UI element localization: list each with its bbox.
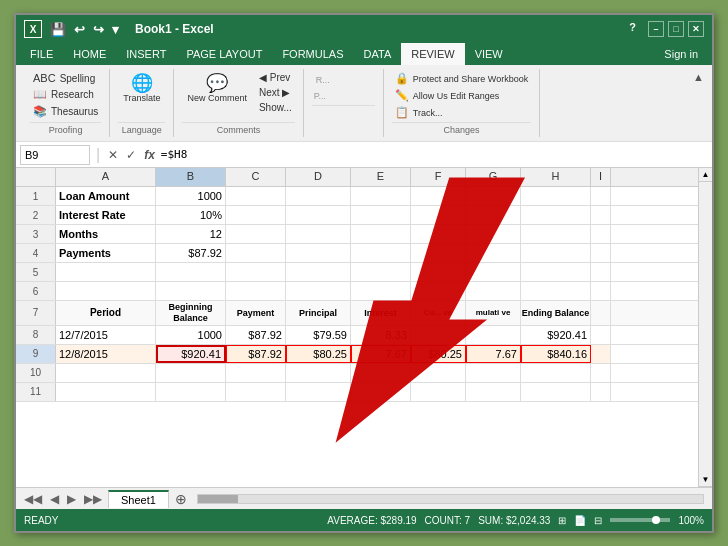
cell-i5[interactable] [591,263,611,281]
collapse-ribbon-button[interactable]: ▲ [693,71,704,83]
col-header-e[interactable]: E [351,168,411,186]
cell-c5[interactable] [226,263,286,281]
cell-a6[interactable] [56,282,156,300]
view-normal-button[interactable]: ⊞ [558,515,566,526]
cell-b11[interactable] [156,383,226,401]
cell-h1[interactable] [521,187,591,205]
cell-d9[interactable]: $80.25 [286,345,351,363]
tab-sign-in[interactable]: Sign in [654,43,708,65]
tab-insert[interactable]: INSERT [116,43,176,65]
cell-f7[interactable]: Cu... ve [411,301,466,325]
add-sheet-button[interactable]: ⊕ [169,491,193,507]
cell-f3[interactable] [411,225,466,243]
cell-c11[interactable] [226,383,286,401]
cell-d4[interactable] [286,244,351,262]
cell-a5[interactable] [56,263,156,281]
cell-a4[interactable]: Payments [56,244,156,262]
col-header-b[interactable]: B [156,168,226,186]
cell-h9[interactable]: $840.16 [521,345,591,363]
cell-b3[interactable]: 12 [156,225,226,243]
customize-button[interactable]: ▾ [110,22,121,37]
h-scroll-thumb[interactable] [198,495,238,503]
cell-h5[interactable] [521,263,591,281]
minimize-button[interactable]: – [648,21,664,37]
col-header-h[interactable]: H [521,168,591,186]
scroll-up-button[interactable]: ▲ [699,168,712,182]
cell-a7[interactable]: Period [56,301,156,325]
save-button[interactable]: 💾 [48,22,68,37]
tab-page-layout[interactable]: PAGE LAYOUT [176,43,272,65]
cell-e4[interactable] [351,244,411,262]
cell-f9[interactable]: $80.25 [411,345,466,363]
cell-h10[interactable] [521,364,591,382]
restore-button[interactable]: □ [668,21,684,37]
cell-i9[interactable] [591,345,611,363]
cell-a9[interactable]: 12/8/2015 [56,345,156,363]
cell-e6[interactable] [351,282,411,300]
next-comment-button[interactable]: Next ▶ [256,86,295,99]
cancel-formula-button[interactable]: ✕ [106,148,120,162]
cell-c2[interactable] [226,206,286,224]
cell-b5[interactable] [156,263,226,281]
cell-i1[interactable] [591,187,611,205]
tab-formulas[interactable]: FORMULAS [272,43,353,65]
cell-h2[interactable] [521,206,591,224]
cell-f6[interactable] [411,282,466,300]
cell-c7[interactable]: Payment [226,301,286,325]
tab-home[interactable]: HOME [63,43,116,65]
cell-e8[interactable]: 8.33 [351,326,411,344]
cell-d5[interactable] [286,263,351,281]
allow-edit-button[interactable]: ✏️ Allow Us Edit Ranges [392,88,531,103]
cell-i4[interactable] [591,244,611,262]
undo-button[interactable]: ↩ [72,22,87,37]
name-box[interactable] [20,145,90,165]
confirm-formula-button[interactable]: ✓ [124,148,138,162]
cell-g8[interactable] [466,326,521,344]
cell-d3[interactable] [286,225,351,243]
cell-e7[interactable]: Interest [351,301,411,325]
cell-c6[interactable] [226,282,286,300]
cell-e1[interactable] [351,187,411,205]
cell-a10[interactable] [56,364,156,382]
show-comments-button[interactable]: Show... [256,101,295,114]
cell-b2[interactable]: 10% [156,206,226,224]
cell-e2[interactable] [351,206,411,224]
cell-i10[interactable] [591,364,611,382]
cell-g5[interactable] [466,263,521,281]
track-button[interactable]: 📋 Track... [392,105,531,120]
cell-g4[interactable] [466,244,521,262]
translate-button[interactable]: 🌐 Translate [118,71,165,106]
cell-e11[interactable] [351,383,411,401]
insert-function-button[interactable]: fx [142,148,157,162]
cell-i11[interactable] [591,383,611,401]
cell-d11[interactable] [286,383,351,401]
col-header-a[interactable]: A [56,168,156,186]
tab-next-button[interactable]: ▶ [63,492,80,506]
cell-b6[interactable] [156,282,226,300]
tab-file[interactable]: FILE [20,43,63,65]
view-layout-button[interactable]: 📄 [574,515,586,526]
cell-h11[interactable] [521,383,591,401]
cell-c8[interactable]: $87.92 [226,326,286,344]
sheet-tab-sheet1[interactable]: Sheet1 [108,490,169,508]
zoom-slider[interactable] [610,518,670,522]
cell-c10[interactable] [226,364,286,382]
cell-d1[interactable] [286,187,351,205]
cell-f2[interactable] [411,206,466,224]
cell-g11[interactable] [466,383,521,401]
cell-d7[interactable]: Principal [286,301,351,325]
cell-e10[interactable] [351,364,411,382]
tab-first-button[interactable]: ◀◀ [20,492,46,506]
cell-a3[interactable]: Months [56,225,156,243]
vertical-scrollbar[interactable]: ▲ ▼ [698,168,712,487]
spelling-button[interactable]: ABC Spelling [30,71,101,85]
cell-g7[interactable]: mulati ve [466,301,521,325]
cell-a11[interactable] [56,383,156,401]
cell-a2[interactable]: Interest Rate [56,206,156,224]
cell-b4[interactable]: $87.92 [156,244,226,262]
cell-d10[interactable] [286,364,351,382]
formula-input[interactable] [161,148,708,161]
col-header-c[interactable]: C [226,168,286,186]
cell-h8[interactable]: $920.41 [521,326,591,344]
col-header-f[interactable]: F [411,168,466,186]
